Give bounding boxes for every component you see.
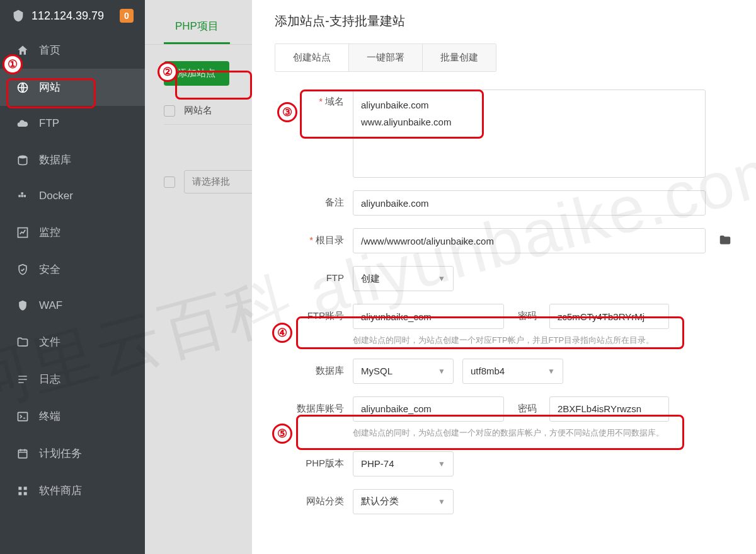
chevron-down-icon: ▼ xyxy=(438,497,445,506)
sidebar-item-label: 计划任务 xyxy=(39,446,82,461)
db-type-select[interactable]: MySQL ▼ xyxy=(353,359,454,384)
annotation-5: ⑤ xyxy=(272,424,292,444)
svg-rect-12 xyxy=(24,492,27,495)
label-db-account: 数据库账号 xyxy=(275,396,344,415)
annotation-1: ① xyxy=(3,54,23,74)
sidebar-item-waf[interactable]: WAF xyxy=(0,288,145,323)
label-ftp: FTP xyxy=(275,266,344,283)
sidebar-item-label: 软件商店 xyxy=(39,483,82,498)
sidebar-item-monitor[interactable]: 监控 xyxy=(0,214,145,251)
sidebar-item-apps[interactable]: 软件商店 xyxy=(0,472,145,509)
row-category: 网站分类 默认分类 ▼ xyxy=(275,489,733,514)
globe-icon xyxy=(16,81,29,94)
sidebar-item-logs[interactable]: 日志 xyxy=(0,361,145,398)
db-charset-select[interactable]: utf8mb4 ▼ xyxy=(462,359,563,384)
sidebar-item-docker[interactable]: Docker xyxy=(0,178,145,214)
add-site-modal: 添加站点-支持批量建站 创建站点 一键部署 批量创建 *域名 备注 *根目录 F… xyxy=(252,0,756,554)
sidebar-item-label: Docker xyxy=(39,190,73,202)
svg-rect-11 xyxy=(18,492,21,495)
db-account-input[interactable] xyxy=(353,396,504,422)
svg-rect-9 xyxy=(18,487,21,490)
svg-rect-8 xyxy=(18,450,26,458)
svg-rect-4 xyxy=(24,195,26,197)
notification-badge[interactable]: 0 xyxy=(120,9,134,23)
sidebar-item-files[interactable]: 文件 xyxy=(0,323,145,361)
label-category: 网站分类 xyxy=(275,489,344,507)
ftp-hint: 创建站点的同时，为站点创建一个对应FTP帐户，并且FTP目录指向站点所在目录。 xyxy=(353,334,733,347)
domain-textarea[interactable] xyxy=(353,89,706,178)
row-db: 数据库 MySQL ▼ utf8mb4 ▼ xyxy=(275,359,733,384)
svg-rect-2 xyxy=(18,195,20,197)
svg-rect-10 xyxy=(24,487,27,490)
folder-icon xyxy=(16,336,29,349)
ftp-account-input[interactable] xyxy=(353,304,504,329)
label-ftp-password: 密码 xyxy=(518,304,537,322)
row-note: 备注 xyxy=(275,190,733,216)
db-hint: 创建站点的同时，为站点创建一个对应的数据库帐户，方便不同站点使用不同数据库。 xyxy=(353,427,733,440)
sidebar-item-database[interactable]: 数据库 xyxy=(0,141,145,178)
shield-check-icon xyxy=(16,263,29,276)
label-ftp-account: FTP账号 xyxy=(275,304,344,322)
list-icon xyxy=(16,373,29,386)
db-password-input[interactable] xyxy=(549,396,669,422)
ftp-password-input[interactable] xyxy=(549,304,669,329)
sidebar-item-label: 网站 xyxy=(39,80,60,95)
sidebar-item-label: 安全 xyxy=(39,262,60,277)
row-ftp: FTP 创建 ▼ xyxy=(275,266,733,291)
site-form: *域名 备注 *根目录 FTP 创建 ▼ FTP账号 密码 xyxy=(252,89,756,514)
browse-folder-icon[interactable] xyxy=(718,228,732,250)
grid-icon xyxy=(16,485,29,497)
sidebar-header: 112.124.39.79 0 xyxy=(0,0,145,32)
sidebar-item-label: 数据库 xyxy=(39,153,71,167)
label-db-password: 密码 xyxy=(518,396,537,415)
shield-icon xyxy=(16,299,29,312)
calendar-icon xyxy=(16,447,29,460)
sidebar-item-label: 首页 xyxy=(39,43,60,57)
annotation-4: ④ xyxy=(272,323,292,343)
chevron-down-icon: ▼ xyxy=(547,367,555,376)
row-ftp-account: FTP账号 密码 xyxy=(275,304,733,329)
tab-create-site[interactable]: 创建站点 xyxy=(275,44,349,71)
database-icon xyxy=(16,154,29,166)
chevron-down-icon: ▼ xyxy=(438,367,445,376)
row-db-account: 数据库账号 密码 xyxy=(275,396,733,422)
annotation-3: ③ xyxy=(277,102,297,122)
row-domain: *域名 xyxy=(275,89,733,178)
ftp-select[interactable]: 创建 ▼ xyxy=(353,266,454,291)
modal-tab-bar: 创建站点 一键部署 批量创建 xyxy=(275,43,496,72)
sidebar-item-label: 终端 xyxy=(39,409,60,424)
svg-rect-5 xyxy=(21,192,23,194)
label-php-version: PHP版本 xyxy=(275,451,344,470)
sidebar-item-ftp[interactable]: FTP xyxy=(0,106,145,141)
terminal-icon xyxy=(16,410,29,423)
chart-icon xyxy=(16,226,29,239)
sidebar: 112.124.39.79 0 首页 网站 FTP 数据库 Docker 监控 … xyxy=(0,0,145,554)
sidebar-item-label: 文件 xyxy=(39,335,60,349)
svg-rect-3 xyxy=(21,195,23,197)
server-ip: 112.124.39.79 xyxy=(32,9,113,23)
row-php-version: PHP版本 PHP-74 ▼ xyxy=(275,451,733,476)
tab-one-click-deploy[interactable]: 一键部署 xyxy=(349,44,423,71)
chevron-down-icon: ▼ xyxy=(438,459,445,468)
sidebar-item-security[interactable]: 安全 xyxy=(0,251,145,288)
sidebar-item-label: FTP xyxy=(39,117,59,130)
sidebar-item-label: 日志 xyxy=(39,372,60,386)
label-root: *根目录 xyxy=(275,228,344,246)
note-input[interactable] xyxy=(353,190,706,216)
row-root: *根目录 xyxy=(275,228,733,253)
php-version-select[interactable]: PHP-74 ▼ xyxy=(353,451,454,476)
sidebar-item-terminal[interactable]: 终端 xyxy=(0,398,145,435)
label-db: 数据库 xyxy=(275,359,344,377)
home-icon xyxy=(16,44,29,57)
sidebar-item-label: WAF xyxy=(39,299,62,312)
sidebar-item-website[interactable]: 网站 xyxy=(0,69,145,106)
docker-icon xyxy=(16,190,29,202)
label-note: 备注 xyxy=(275,190,344,209)
annotation-2: ② xyxy=(158,62,178,82)
sidebar-item-cron[interactable]: 计划任务 xyxy=(0,435,145,472)
category-select[interactable]: 默认分类 ▼ xyxy=(353,489,454,514)
sidebar-item-label: 监控 xyxy=(39,225,60,239)
root-input[interactable] xyxy=(353,228,706,253)
shield-logo-icon xyxy=(11,9,25,23)
tab-batch-create[interactable]: 批量创建 xyxy=(423,44,496,71)
